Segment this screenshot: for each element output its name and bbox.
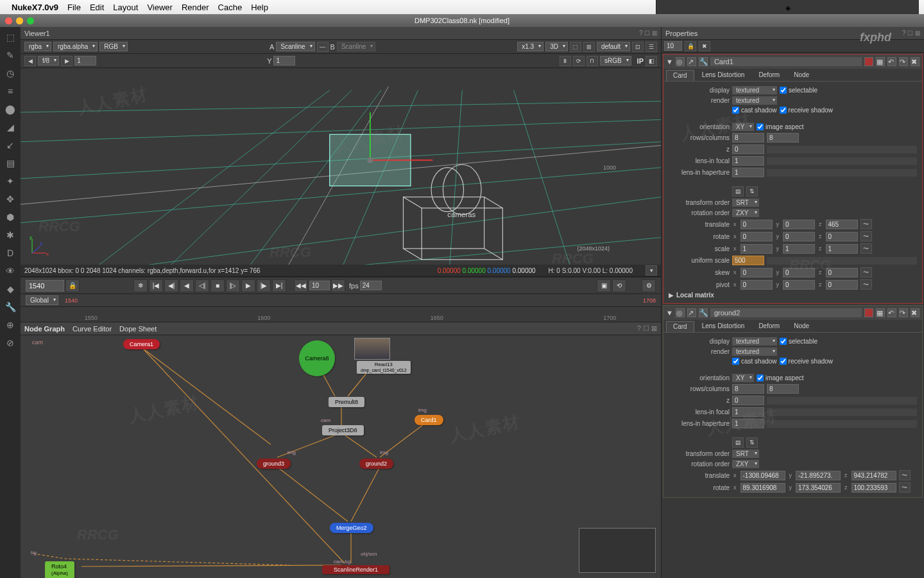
gain-field[interactable] [74,56,96,66]
next-key-button[interactable]: |▶ [257,279,271,292]
rx-field[interactable] [740,483,785,493]
tool-move-icon[interactable]: ✥ [4,193,17,206]
anim-icon[interactable]: 〜 [899,482,911,493]
opts-button[interactable]: ☰ [646,42,657,52]
stereo-dropdown[interactable]: default [597,42,630,51]
close-icon[interactable]: ✖ [911,57,920,66]
pz-field[interactable] [826,280,858,290]
ry-field[interactable] [783,232,815,241]
lenshap-field[interactable] [732,419,764,428]
gamma-field[interactable] [273,56,295,66]
skz-field[interactable] [826,268,858,277]
lock-button[interactable]: ⊡ [632,42,644,52]
image-aspect-checkbox[interactable]: image aspect [757,123,803,130]
render-dropdown[interactable]: textured [732,347,777,356]
wrench-icon[interactable]: 🔧 [699,57,708,66]
px-field[interactable] [740,280,773,290]
lensfocal-slider[interactable] [767,157,917,165]
node-camera8[interactable]: Camera8 [299,340,335,376]
node-name-field[interactable]: Card1 [710,57,862,66]
uniform-scale-field[interactable] [732,256,764,265]
btn-a[interactable]: ▦ [876,57,885,66]
node-mergegeo[interactable]: MergeGeo2 [330,523,373,533]
skip-fwd-button[interactable]: ▶▶ [331,279,345,292]
rx-field[interactable] [740,232,773,241]
tab-card[interactable]: Card [666,70,694,81]
z-slider[interactable] [767,397,917,405]
tool-wrench-icon[interactable]: 🔧 [4,301,17,313]
menu-cache[interactable]: Cache [218,3,243,12]
close-icon[interactable]: ✖ [911,308,920,317]
selectable-checkbox[interactable]: selectable [780,87,817,94]
wifi-icon[interactable]: ◈ [785,4,791,12]
anim-icon[interactable]: 〜 [860,279,872,290]
status-dropdown-icon[interactable]: ▾ [646,265,657,276]
ty-field[interactable] [796,471,841,480]
render-dropdown[interactable]: textured [732,96,777,105]
anim-icon[interactable]: 〜 [899,470,911,480]
image-aspect-checkbox[interactable]: image aspect [757,374,803,381]
display-dropdown[interactable]: textured [732,86,777,94]
tool-channel-icon[interactable]: ≡ [4,85,17,98]
node-name-field[interactable]: ground2 [710,308,862,317]
rz-field[interactable] [826,232,858,241]
skip-back-button[interactable]: ◀◀ [294,279,308,292]
increment-field[interactable] [309,281,330,290]
anim-icon[interactable]: 〜 [860,219,872,229]
rotation-order-dropdown[interactable]: ZXY [732,460,759,468]
lenshap-field[interactable] [732,168,764,177]
ry-field[interactable] [796,483,841,493]
tab-deform[interactable]: Deform [752,321,786,332]
pause-icon[interactable]: ⏸ [560,56,571,66]
menu-file[interactable]: File [67,3,81,12]
clear-panels-icon[interactable]: ✖ [699,41,710,51]
cols-field[interactable] [767,133,799,143]
gain-slider-button[interactable]: ◀ [24,56,36,66]
a-mode-dropdown[interactable]: Scanline [276,42,314,51]
skx-field[interactable] [740,268,773,277]
app-name[interactable]: NukeX7.0v9 [12,3,58,12]
first-frame-button[interactable]: |◀ [149,279,163,292]
py-field[interactable] [783,280,815,290]
tz-field[interactable] [851,471,896,480]
play-button[interactable]: ▶ [241,279,255,292]
tab-node-graph[interactable]: Node Graph [24,325,65,333]
orientation-dropdown[interactable]: XY [732,374,754,382]
fps-field[interactable] [360,281,382,290]
snap-icon[interactable]: ⇅ [746,186,758,197]
z-slider[interactable] [767,146,917,153]
menu-layout[interactable]: Layout [113,3,138,12]
tool-cursor-icon[interactable]: ⬚ [4,31,17,44]
prev-key-button[interactable]: ◀| [164,279,178,292]
tool-merge-icon[interactable]: ▤ [4,157,17,170]
lensfocal-slider[interactable] [767,408,917,416]
tz-field[interactable] [826,220,858,229]
z-field[interactable] [732,396,764,405]
receive-shadow-checkbox[interactable]: receive shadow [780,107,833,114]
tab-card[interactable]: Card [666,321,694,332]
gain-slider-button[interactable]: ▶ [61,56,73,66]
tool-color-icon[interactable]: ⬤ [4,103,17,116]
tab-lens[interactable]: Lens Distortion [696,321,751,332]
tool-draw-icon[interactable]: ✎ [4,49,17,62]
tool-plugin-icon[interactable]: ⊘ [4,337,17,349]
stop-button[interactable]: ■ [210,279,225,292]
node-graph-canvas[interactable]: cam Camera1 Camera8 Read13dmp_card_t1540… [21,335,661,578]
collapse-icon[interactable]: ▼ [666,309,673,317]
tab-deform[interactable]: Deform [752,70,786,81]
rotation-order-dropdown[interactable]: ZXY [732,209,759,217]
3d-dropdown[interactable]: 3D [545,42,568,51]
color-swatch[interactable] [864,57,873,66]
collapse-icon[interactable]: ▼ [666,58,673,66]
tool-d-icon[interactable]: D [4,247,17,259]
b-mode-dropdown[interactable]: Scanline [337,42,375,51]
arrow-icon[interactable]: ↗ [687,57,696,66]
timeline[interactable]: 1550 1600 1650 1700 [21,307,661,322]
btn-c[interactable]: ↷ [899,308,908,317]
expand-icon[interactable]: ▶ [669,292,674,299]
movie-icon[interactable]: ▣ [597,279,611,292]
wrench-icon[interactable]: 🔧 [699,308,708,317]
refresh-icon[interactable]: ⟳ [573,56,585,66]
channel-dropdown[interactable]: rgba [24,42,51,51]
node-camera1[interactable]: Camera1 [123,339,160,349]
